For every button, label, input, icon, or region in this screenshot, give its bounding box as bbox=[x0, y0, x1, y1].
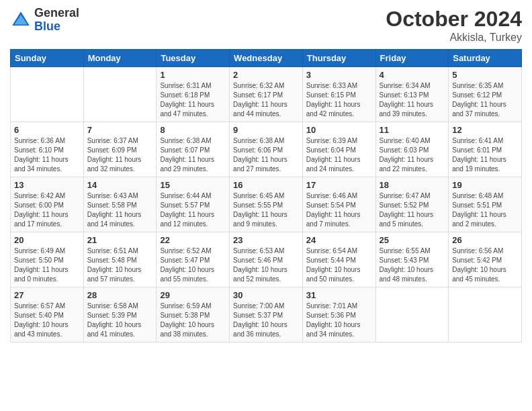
day-info: Sunrise: 6:52 AM Sunset: 5:47 PM Dayligh… bbox=[160, 246, 226, 284]
day-cell: 26Sunrise: 6:56 AM Sunset: 5:42 PM Dayli… bbox=[449, 232, 522, 287]
day-info: Sunrise: 6:33 AM Sunset: 6:15 PM Dayligh… bbox=[306, 81, 372, 119]
day-info: Sunrise: 6:58 AM Sunset: 5:39 PM Dayligh… bbox=[87, 302, 153, 339]
day-cell bbox=[449, 287, 522, 342]
day-info: Sunrise: 6:44 AM Sunset: 5:57 PM Dayligh… bbox=[160, 191, 226, 229]
day-number: 28 bbox=[87, 290, 153, 300]
day-info: Sunrise: 6:37 AM Sunset: 6:09 PM Dayligh… bbox=[87, 136, 153, 174]
day-cell: 28Sunrise: 6:58 AM Sunset: 5:39 PM Dayli… bbox=[83, 287, 157, 342]
calendar-header-row: SundayMondayTuesdayWednesdayThursdayFrid… bbox=[11, 50, 522, 67]
day-cell: 2Sunrise: 6:32 AM Sunset: 6:17 PM Daylig… bbox=[230, 67, 303, 122]
title-section: October 2024 Akkisla, Turkey bbox=[386, 7, 522, 44]
day-info: Sunrise: 6:47 AM Sunset: 5:52 PM Dayligh… bbox=[380, 191, 445, 229]
day-number: 31 bbox=[306, 290, 372, 300]
day-number: 24 bbox=[306, 235, 372, 245]
day-info: Sunrise: 6:51 AM Sunset: 5:48 PM Dayligh… bbox=[87, 246, 153, 284]
day-number: 19 bbox=[452, 180, 518, 190]
day-cell: 10Sunrise: 6:39 AM Sunset: 6:04 PM Dayli… bbox=[302, 122, 375, 177]
day-header-monday: Monday bbox=[83, 50, 157, 67]
day-info: Sunrise: 6:36 AM Sunset: 6:10 PM Dayligh… bbox=[14, 136, 80, 174]
day-info: Sunrise: 6:32 AM Sunset: 6:17 PM Dayligh… bbox=[233, 81, 299, 119]
day-info: Sunrise: 7:00 AM Sunset: 5:37 PM Dayligh… bbox=[233, 302, 299, 339]
logo-text: General Blue bbox=[34, 7, 79, 34]
day-number: 4 bbox=[380, 70, 445, 80]
day-info: Sunrise: 6:34 AM Sunset: 6:13 PM Dayligh… bbox=[380, 81, 445, 119]
day-cell: 1Sunrise: 6:31 AM Sunset: 6:18 PM Daylig… bbox=[157, 67, 230, 122]
day-info: Sunrise: 6:53 AM Sunset: 5:46 PM Dayligh… bbox=[233, 246, 299, 284]
week-row-4: 20Sunrise: 6:49 AM Sunset: 5:50 PM Dayli… bbox=[11, 232, 522, 287]
day-number: 22 bbox=[160, 235, 226, 245]
day-number: 26 bbox=[452, 235, 518, 245]
day-cell: 14Sunrise: 6:43 AM Sunset: 5:58 PM Dayli… bbox=[83, 177, 157, 232]
header: General Blue October 2024 Akkisla, Turke… bbox=[10, 7, 522, 44]
day-info: Sunrise: 6:41 AM Sunset: 6:01 PM Dayligh… bbox=[452, 136, 518, 174]
location: Akkisla, Turkey bbox=[386, 32, 522, 44]
day-info: Sunrise: 6:38 AM Sunset: 6:07 PM Dayligh… bbox=[160, 136, 226, 174]
day-number: 15 bbox=[160, 180, 226, 190]
day-info: Sunrise: 6:38 AM Sunset: 6:06 PM Dayligh… bbox=[233, 136, 299, 174]
day-info: Sunrise: 6:39 AM Sunset: 6:04 PM Dayligh… bbox=[306, 136, 372, 174]
day-cell bbox=[11, 67, 84, 122]
day-cell: 8Sunrise: 6:38 AM Sunset: 6:07 PM Daylig… bbox=[157, 122, 230, 177]
day-cell: 4Sunrise: 6:34 AM Sunset: 6:13 PM Daylig… bbox=[375, 67, 449, 122]
day-number: 5 bbox=[452, 70, 518, 80]
day-cell: 20Sunrise: 6:49 AM Sunset: 5:50 PM Dayli… bbox=[11, 232, 84, 287]
day-info: Sunrise: 6:59 AM Sunset: 5:38 PM Dayligh… bbox=[160, 302, 226, 339]
day-number: 25 bbox=[380, 235, 445, 245]
day-cell bbox=[375, 287, 449, 342]
day-cell: 27Sunrise: 6:57 AM Sunset: 5:40 PM Dayli… bbox=[11, 287, 84, 342]
day-info: Sunrise: 6:45 AM Sunset: 5:55 PM Dayligh… bbox=[233, 191, 299, 229]
day-info: Sunrise: 6:48 AM Sunset: 5:51 PM Dayligh… bbox=[452, 191, 518, 229]
day-cell: 12Sunrise: 6:41 AM Sunset: 6:01 PM Dayli… bbox=[449, 122, 522, 177]
logo-general: General bbox=[34, 7, 79, 20]
day-info: Sunrise: 7:01 AM Sunset: 5:36 PM Dayligh… bbox=[306, 302, 372, 339]
day-number: 27 bbox=[14, 290, 80, 300]
day-number: 20 bbox=[14, 235, 80, 245]
day-info: Sunrise: 6:46 AM Sunset: 5:54 PM Dayligh… bbox=[306, 191, 372, 229]
day-cell bbox=[83, 67, 157, 122]
day-cell: 22Sunrise: 6:52 AM Sunset: 5:47 PM Dayli… bbox=[157, 232, 230, 287]
day-cell: 5Sunrise: 6:35 AM Sunset: 6:12 PM Daylig… bbox=[449, 67, 522, 122]
day-cell: 11Sunrise: 6:40 AM Sunset: 6:03 PM Dayli… bbox=[375, 122, 449, 177]
month-year: October 2024 bbox=[386, 7, 522, 32]
day-number: 13 bbox=[14, 180, 80, 190]
day-info: Sunrise: 6:57 AM Sunset: 5:40 PM Dayligh… bbox=[14, 302, 80, 339]
day-info: Sunrise: 6:31 AM Sunset: 6:18 PM Dayligh… bbox=[160, 81, 226, 119]
day-number: 9 bbox=[233, 125, 299, 135]
day-header-friday: Friday bbox=[375, 50, 449, 67]
page: General Blue October 2024 Akkisla, Turke… bbox=[0, 0, 532, 411]
day-header-saturday: Saturday bbox=[449, 50, 522, 67]
day-number: 2 bbox=[233, 70, 299, 80]
day-cell: 3Sunrise: 6:33 AM Sunset: 6:15 PM Daylig… bbox=[302, 67, 375, 122]
day-info: Sunrise: 6:49 AM Sunset: 5:50 PM Dayligh… bbox=[14, 246, 80, 284]
day-number: 8 bbox=[160, 125, 226, 135]
day-number: 12 bbox=[452, 125, 518, 135]
day-cell: 30Sunrise: 7:00 AM Sunset: 5:37 PM Dayli… bbox=[230, 287, 303, 342]
day-number: 6 bbox=[14, 125, 80, 135]
calendar-table: SundayMondayTuesdayWednesdayThursdayFrid… bbox=[10, 49, 522, 342]
logo-blue: Blue bbox=[34, 20, 79, 34]
day-info: Sunrise: 6:40 AM Sunset: 6:03 PM Dayligh… bbox=[380, 136, 445, 174]
week-row-1: 1Sunrise: 6:31 AM Sunset: 6:18 PM Daylig… bbox=[11, 67, 522, 122]
day-cell: 17Sunrise: 6:46 AM Sunset: 5:54 PM Dayli… bbox=[302, 177, 375, 232]
day-header-wednesday: Wednesday bbox=[230, 50, 303, 67]
week-row-2: 6Sunrise: 6:36 AM Sunset: 6:10 PM Daylig… bbox=[11, 122, 522, 177]
day-number: 21 bbox=[87, 235, 153, 245]
day-number: 23 bbox=[233, 235, 299, 245]
day-cell: 31Sunrise: 7:01 AM Sunset: 5:36 PM Dayli… bbox=[302, 287, 375, 342]
day-info: Sunrise: 6:54 AM Sunset: 5:44 PM Dayligh… bbox=[306, 246, 372, 284]
day-cell: 18Sunrise: 6:47 AM Sunset: 5:52 PM Dayli… bbox=[375, 177, 449, 232]
day-number: 10 bbox=[306, 125, 372, 135]
day-number: 1 bbox=[160, 70, 226, 80]
day-cell: 15Sunrise: 6:44 AM Sunset: 5:57 PM Dayli… bbox=[157, 177, 230, 232]
day-info: Sunrise: 6:35 AM Sunset: 6:12 PM Dayligh… bbox=[452, 81, 518, 119]
day-header-tuesday: Tuesday bbox=[157, 50, 230, 67]
day-number: 17 bbox=[306, 180, 372, 190]
week-row-5: 27Sunrise: 6:57 AM Sunset: 5:40 PM Dayli… bbox=[11, 287, 522, 342]
day-cell: 21Sunrise: 6:51 AM Sunset: 5:48 PM Dayli… bbox=[83, 232, 157, 287]
day-cell: 23Sunrise: 6:53 AM Sunset: 5:46 PM Dayli… bbox=[230, 232, 303, 287]
day-info: Sunrise: 6:43 AM Sunset: 5:58 PM Dayligh… bbox=[87, 191, 153, 229]
day-cell: 9Sunrise: 6:38 AM Sunset: 6:06 PM Daylig… bbox=[230, 122, 303, 177]
day-cell: 7Sunrise: 6:37 AM Sunset: 6:09 PM Daylig… bbox=[83, 122, 157, 177]
day-info: Sunrise: 6:56 AM Sunset: 5:42 PM Dayligh… bbox=[452, 246, 518, 284]
day-number: 3 bbox=[306, 70, 372, 80]
